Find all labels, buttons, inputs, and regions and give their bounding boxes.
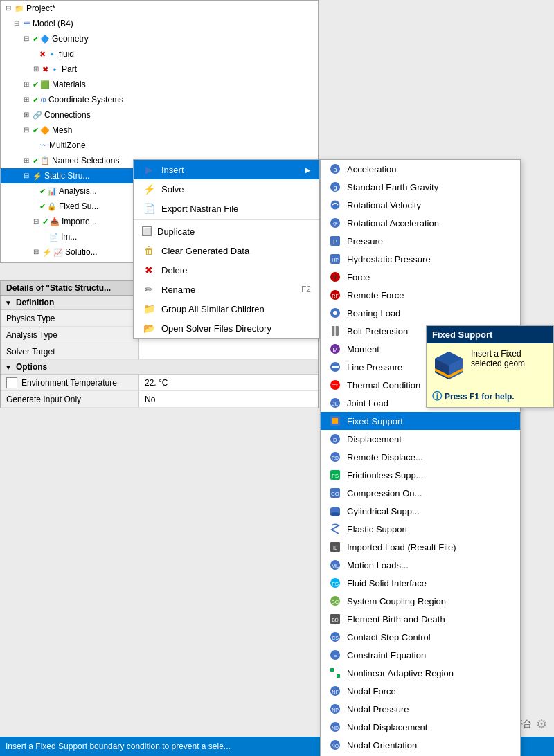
tree-label-importe: Importe... [62, 217, 97, 226]
nonlinear-icon [328, 665, 343, 681]
solver-target-value[interactable] [139, 343, 318, 359]
menu-item-export[interactable]: 📄 Export Nastran File [134, 199, 319, 218]
submenu-item-constraint[interactable]: = Constraint Equation [321, 646, 520, 664]
tree-label-so: So... [61, 262, 78, 263]
submenu-item-nonlinear[interactable]: Nonlinear Adaptive Region [321, 664, 520, 682]
submenu-item-hydrostatic[interactable]: HP Hydrostatic Pressure [321, 250, 520, 268]
submenu-item-compression[interactable]: CO Compression On... [321, 484, 520, 502]
expand-root[interactable]: ⊟ [3, 3, 13, 13]
submenu-label-line-pressure: Line Pressure [347, 362, 402, 372]
tree-item-coord-systems[interactable]: ⊞ ✔ ⊕ Coordinate Systems [1, 92, 318, 107]
submenu-label-thermal: Thermal Condition [347, 380, 420, 390]
menu-label-rename: Rename [161, 285, 296, 295]
menu-label-delete: Delete [161, 265, 311, 276]
svg-text:g: g [333, 184, 337, 191]
submenu-item-acceleration[interactable]: a Acceleration [321, 160, 520, 178]
submenu-item-remote-force[interactable]: RF Remote Force [321, 286, 520, 304]
submenu-item-motion[interactable]: ML Motion Loads... [321, 556, 520, 574]
submenu-item-bearing[interactable]: Bearing Load [321, 304, 520, 322]
submenu-item-nodal-force[interactable]: NF Nodal Force [321, 682, 520, 700]
displacement-icon: D [328, 431, 343, 447]
submenu-item-gravity[interactable]: g Standard Earth Gravity [321, 178, 520, 196]
submenu-item-nodal-orient[interactable]: NO Nodal Orientation [321, 736, 520, 754]
element-bd-icon: BD [328, 611, 343, 627]
submenu-item-element-bd[interactable]: BD Element Birth and Death [321, 610, 520, 628]
submenu-item-rot-accel[interactable]: ⟳ Rotational Acceleration [321, 214, 520, 232]
menu-item-solve[interactable]: ⚡ Solve [134, 179, 319, 199]
submenu-label-pressure: Pressure [347, 236, 383, 246]
expand-coord[interactable]: ⊞ [21, 95, 31, 105]
tree-item-mesh[interactable]: ⊟ ✔ 🔶 Mesh [1, 123, 318, 138]
submenu-item-pressure[interactable]: P Pressure [321, 232, 520, 250]
motion-icon: ML [328, 557, 343, 573]
expand-solution[interactable]: ⊟ [31, 247, 41, 257]
rename-icon: ✏ [142, 282, 156, 296]
insert-arrow-icon: ▶ [305, 166, 311, 174]
tree-item-multizone[interactable]: 〰 MultiZone [1, 138, 318, 153]
analysis-check-icon: ✔ [39, 187, 46, 196]
submenu-label-rot-accel: Rotational Acceleration [347, 218, 439, 228]
tree-item-geometry[interactable]: ⊟ ✔ 🔷 Geometry [1, 31, 318, 46]
menu-item-insert[interactable]: ▶ Insert ▶ [134, 160, 319, 179]
submenu-item-displacement[interactable]: D Displacement [321, 430, 520, 448]
help-info-icon: ⓘ [432, 390, 442, 403]
tooltip-icon-area: Insert a Fixed selected geom [427, 343, 553, 388]
submenu-item-system-coupling[interactable]: SC System Coupling Region [321, 592, 520, 610]
expand-model[interactable]: ⊟ [12, 19, 21, 28]
submenu-item-contact-step[interactable]: CS Contact Step Control [321, 628, 520, 646]
submenu-item-nodal-pressure[interactable]: NP Nodal Pressure [321, 700, 520, 718]
tree-item-fluid[interactable]: ✖ 🔹 fluid [1, 46, 318, 62]
svg-text:CS: CS [332, 636, 339, 640]
submenu-item-force[interactable]: F Force [321, 268, 520, 286]
submenu-item-frictionless[interactable]: FS Frictionless Supp... [321, 466, 520, 484]
submenu-item-fluid-solid[interactable]: FS Fluid Solid Interface [321, 574, 520, 592]
export-icon: 📄 [142, 201, 156, 215]
expand-named[interactable]: ⊞ [21, 156, 31, 165]
expand-part[interactable]: ⊞ [31, 64, 41, 74]
menu-label-export: Export Nastran File [161, 204, 311, 214]
expand-importe[interactable]: ⊟ [31, 217, 41, 226]
expand-materials[interactable]: ⊞ [21, 80, 31, 89]
menu-item-duplicate[interactable]: ⬜ Duplicate [134, 222, 319, 241]
menu-item-clear-data[interactable]: 🗑 Clear Generated Data [134, 241, 319, 260]
line-pressure-icon [328, 359, 343, 375]
menu-item-rename[interactable]: ✏ Rename F2 [134, 280, 319, 299]
submenu-item-rot-vel[interactable]: Rotational Velocity [321, 196, 520, 214]
submenu-item-imported-load[interactable]: IL Imported Load (Result File) [321, 538, 520, 556]
imported-load-icon: IL [328, 539, 343, 555]
tree-item-connections[interactable]: ⊞ 🔗 Connections [1, 107, 318, 123]
submenu-label-nodal-force: Nodal Force [347, 686, 396, 696]
tree-item-part[interactable]: ⊞ ✖ 🔹 Part [1, 62, 318, 77]
expand-connections[interactable]: ⊞ [21, 110, 31, 120]
submenu-item-remote-disp[interactable]: RD Remote Displace... [321, 448, 520, 466]
menu-label-duplicate: Duplicate [157, 226, 311, 237]
tooltip-title: Fixed Support [427, 326, 553, 343]
submenu-label-force: Force [347, 272, 370, 282]
submenu-item-fixed-support[interactable]: Fixed Support [321, 412, 520, 430]
tree-item-materials[interactable]: ⊞ ✔ 🟩 Materials [1, 77, 318, 92]
solve-icon: ⚡ [142, 182, 156, 196]
tree-label-static: Static Stru... [44, 171, 89, 181]
svg-text:BD: BD [332, 618, 339, 622]
expand-mesh[interactable]: ⊟ [21, 125, 31, 135]
svg-rect-28 [332, 418, 338, 424]
submenu-label-constraint: Constraint Equation [347, 650, 426, 660]
svg-text:RD: RD [332, 456, 339, 460]
env-temp-value[interactable]: 22. °C [139, 375, 318, 390]
submenu-item-nodal-disp[interactable]: ND Nodal Displacement [321, 718, 520, 736]
submenu-item-cylindrical[interactable]: Cylindrical Supp... [321, 502, 520, 520]
expand-static[interactable]: ⊟ [21, 171, 31, 181]
menu-item-delete[interactable]: ✖ Delete [134, 260, 319, 280]
env-temp-label: Environment Temperature [1, 375, 139, 390]
menu-item-open-solver[interactable]: 📂 Open Solver Files Directory [134, 318, 319, 338]
env-temp-checkbox[interactable] [6, 377, 17, 388]
tree-label-solution: Solutio... [65, 247, 98, 257]
generate-input-value[interactable]: No [139, 391, 318, 407]
options-section-header[interactable]: ▼ Options [1, 360, 318, 375]
expand-geometry[interactable]: ⊟ [21, 34, 31, 44]
status-text: Insert a Fixed Support boundary conditio… [6, 741, 231, 751]
fluid-x-icon: ✖ [39, 50, 46, 59]
menu-item-group[interactable]: 📁 Group All Similar Children [134, 299, 319, 318]
tree-item-model[interactable]: ⊟ 🗃 Model (B4) [1, 16, 318, 31]
submenu-item-elastic[interactable]: Elastic Support [321, 520, 520, 538]
